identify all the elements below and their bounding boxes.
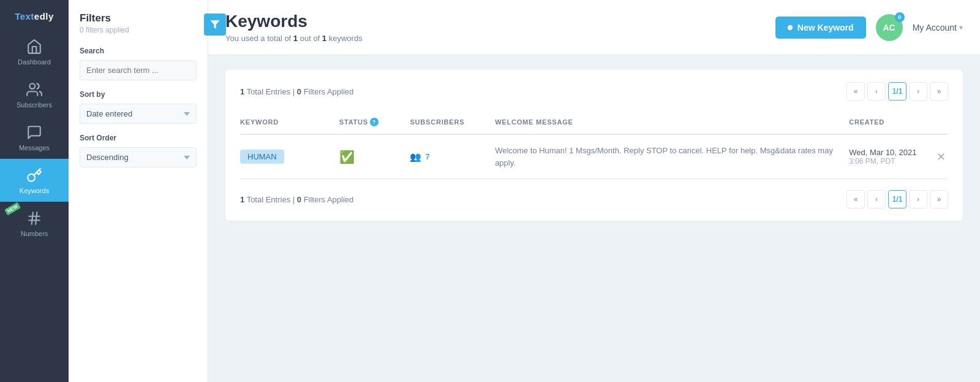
sidebar: Textedly Dashboard Subscribers Messages … — [0, 0, 69, 382]
meta-text-top: 1 Total Entries | 0 Filters Applied — [240, 87, 353, 96]
keywords-used: 1 — [293, 34, 298, 43]
table-header: KEYWORD STATUS ? SUBSCRIBERS WEL — [240, 112, 948, 134]
svg-line-3 — [32, 212, 33, 224]
current-page-indicator-bottom[interactable]: 1/1 — [888, 190, 907, 208]
new-keyword-button[interactable]: New Keyword — [775, 17, 866, 39]
title-area: Keywords You used a total of 1 out of 1 … — [225, 12, 363, 43]
col-header-keyword: KEYWORD — [240, 112, 339, 134]
sort-order-label: Sort Order — [80, 134, 197, 142]
subscribers-count: 7 — [425, 152, 429, 161]
filter-title: Filters — [80, 12, 197, 25]
created-cell: Wed, Mar 10, 2021 3:06 PM, PDT — [849, 134, 934, 179]
sidebar-item-numbers[interactable]: NEW Numbers — [0, 202, 69, 245]
created-date: Wed, Mar 10, 2021 — [849, 148, 934, 157]
sidebar-item-messages-label: Messages — [19, 144, 50, 151]
message-icon — [26, 124, 42, 140]
table-container: 1 Total Entries | 0 Filters Applied « ‹ … — [225, 70, 963, 221]
prev-page-button-bottom[interactable]: ‹ — [867, 190, 886, 208]
key-icon — [26, 167, 42, 183]
svg-marker-5 — [211, 20, 220, 29]
notification-badge: 0 — [895, 12, 905, 22]
status-active-icon: ✅ — [339, 150, 355, 164]
keyword-value[interactable]: HUMAN — [240, 150, 284, 164]
header-right: New Keyword AC 0 My Account ▾ — [775, 14, 963, 41]
sidebar-item-subscribers-label: Subscribers — [17, 101, 52, 109]
avatar[interactable]: AC 0 — [876, 14, 903, 41]
table-body: HUMAN ✅ 👥 7 Welcome to Human! 1 — [240, 134, 948, 179]
sort-by-label: Sort by — [80, 90, 197, 99]
sidebar-item-keywords-label: Keywords — [20, 187, 49, 194]
page-header: Keywords You used a total of 1 out of 1 … — [208, 0, 980, 55]
hash-icon — [26, 210, 42, 226]
delete-button[interactable]: ✕ — [934, 150, 948, 164]
col-header-status: STATUS ? — [339, 112, 410, 134]
first-page-button[interactable]: « — [846, 82, 865, 101]
col-header-created: CREATED — [849, 112, 934, 134]
table-meta-bottom: 1 Total Entries | 0 Filters Applied « ‹ … — [240, 190, 948, 208]
action-cell: ✕ — [934, 134, 948, 179]
keywords-total: 1 — [322, 34, 326, 43]
subscribers-icon: 👥 — [410, 151, 421, 162]
keywords-table: KEYWORD STATUS ? SUBSCRIBERS WEL — [240, 112, 948, 179]
last-page-button[interactable]: » — [930, 82, 948, 101]
content-area: 1 Total Entries | 0 Filters Applied « ‹ … — [208, 55, 980, 382]
info-icon: ? — [370, 118, 379, 126]
sidebar-item-messages[interactable]: Messages — [0, 116, 69, 159]
col-header-welcome: WELCOME MESSAGE — [495, 112, 849, 134]
users-icon — [26, 82, 42, 97]
new-badge: NEW — [4, 202, 21, 216]
created-time: 3:06 PM, PDT — [849, 157, 934, 166]
next-page-button[interactable]: › — [909, 82, 927, 101]
filter-subtitle: 0 filters applied — [80, 26, 197, 34]
sidebar-item-numbers-label: Numbers — [21, 230, 48, 237]
svg-line-4 — [36, 212, 37, 224]
sidebar-item-keywords[interactable]: Keywords — [0, 159, 69, 202]
chevron-down-icon: ▾ — [959, 23, 963, 32]
sidebar-item-dashboard-label: Dashboard — [18, 58, 51, 66]
sort-by-select[interactable]: Date entered — [80, 104, 197, 124]
sidebar-item-dashboard[interactable]: Dashboard — [0, 30, 69, 73]
my-account-link[interactable]: My Account ▾ — [913, 23, 963, 32]
meta-text-bottom: 1 Total Entries | 0 Filters Applied — [240, 195, 353, 204]
col-header-action — [934, 112, 948, 134]
current-page-indicator[interactable]: 1/1 — [888, 82, 907, 101]
search-label: Search — [80, 47, 197, 55]
status-cell: ✅ — [339, 134, 410, 179]
welcome-message-cell: Welcome to Human! 1 Msgs/Month. Reply ST… — [495, 134, 849, 179]
main-content: Keywords You used a total of 1 out of 1 … — [208, 0, 980, 382]
pagination-bottom: « ‹ 1/1 › » — [846, 190, 948, 208]
sort-order-select[interactable]: Descending — [80, 147, 197, 167]
subscribers-cell: 👥 7 — [410, 134, 495, 179]
page-title: Keywords — [225, 12, 363, 31]
col-header-subscribers: SUBSCRIBERS — [410, 112, 495, 134]
svg-point-0 — [29, 83, 35, 89]
filter-panel: Filters 0 filters applied Search Sort by… — [69, 0, 208, 382]
table-meta-top: 1 Total Entries | 0 Filters Applied « ‹ … — [240, 82, 948, 101]
next-page-button-bottom[interactable]: › — [909, 190, 927, 208]
page-subtitle: You used a total of 1 out of 1 keywords — [225, 34, 363, 43]
home-icon — [26, 39, 42, 55]
sidebar-item-subscribers[interactable]: Subscribers — [0, 73, 69, 116]
first-page-button-bottom[interactable]: « — [846, 190, 865, 208]
keyword-cell: HUMAN — [240, 134, 339, 179]
status-info[interactable]: STATUS ? — [339, 118, 379, 126]
table-row: HUMAN ✅ 👥 7 Welcome to Human! 1 — [240, 134, 948, 179]
search-input[interactable] — [80, 60, 197, 80]
dot-icon — [788, 25, 793, 30]
filter-icon — [204, 13, 226, 36]
app-logo: Textedly — [0, 0, 69, 30]
prev-page-button[interactable]: ‹ — [867, 82, 886, 101]
last-page-button-bottom[interactable]: » — [930, 190, 948, 208]
welcome-message-text: Welcome to Human! 1 Msgs/Month. Reply ST… — [495, 145, 849, 169]
pagination-top: « ‹ 1/1 › » — [846, 82, 948, 101]
